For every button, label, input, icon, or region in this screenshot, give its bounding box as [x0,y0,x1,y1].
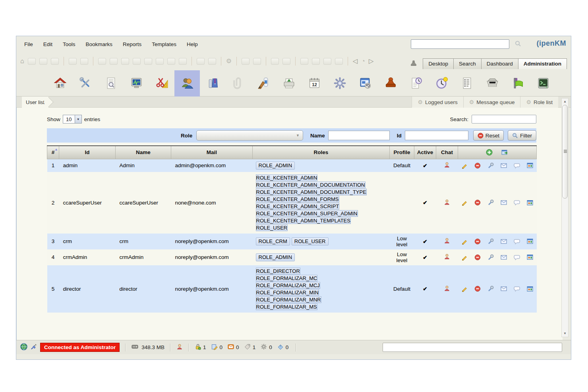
tab-message-queue[interactable]: ⚙Message queue [463,97,520,108]
workspace-icon[interactable] [527,200,533,206]
tab-logged-users[interactable]: ⚙Logged users [412,97,463,108]
list-remove-icon[interactable] [208,58,216,65]
chat-icon[interactable] [514,286,520,292]
tab-desktop[interactable]: Desktop [423,58,454,69]
chat-icon[interactable] [514,162,520,169]
win1-icon[interactable] [242,58,250,65]
document-preview-icon[interactable] [98,70,124,97]
menu-templates[interactable]: Templates [152,41,176,47]
delete-icon[interactable] [474,199,481,206]
edit-icon[interactable] [461,286,468,292]
edit-doc-icon[interactable] [144,58,152,65]
terminal-icon[interactable] [530,70,556,97]
filter-button[interactable]: Filter [508,130,536,141]
workspace-icon[interactable] [527,254,533,260]
menu-help[interactable]: Help [187,41,198,47]
menu-bookmarks[interactable]: Bookmarks [86,41,113,47]
back-icon[interactable]: ◁ [353,58,358,64]
search-icon[interactable] [515,41,521,48]
win2-icon[interactable] [253,58,261,65]
export-users-icon[interactable] [501,149,509,156]
building-icon[interactable]: ⌂ [20,58,24,64]
config-icon[interactable] [487,162,494,169]
document-clock-icon[interactable] [403,70,429,97]
tab-search[interactable]: Search [454,58,482,69]
list-add-icon[interactable] [197,58,205,65]
vertical-scrollbar[interactable]: ▲ ▼ [561,98,569,337]
config-icon[interactable] [487,286,494,292]
link-icon[interactable] [323,58,331,65]
user-chat-icon[interactable] [444,253,450,260]
name-filter-input[interactable] [328,131,390,140]
user-row-admin[interactable]: 1adminAdminadmin@openkm.comROLE_ADMINDef… [47,159,537,172]
wardrobe-icon[interactable] [200,70,225,97]
unlock-icon[interactable] [80,58,88,65]
col-profile[interactable]: Profile [390,146,414,159]
config-icon[interactable] [487,254,494,261]
reset-button[interactable]: Reset [473,130,504,141]
stamp-icon[interactable] [378,70,403,97]
menu-edit[interactable]: Edit [43,41,52,47]
scrollbar-thumb[interactable] [562,105,568,199]
remove-icon[interactable] [179,58,187,65]
edit-icon[interactable] [461,162,468,169]
gear-icon[interactable] [327,70,352,97]
history-icon[interactable]: ◔ [361,58,365,64]
cut-ruler-icon[interactable] [149,70,174,97]
user-row-director[interactable]: 5directordirectornoreply@openkm.comROLE_… [47,265,537,313]
workspace-icon[interactable] [527,238,533,244]
col-num[interactable]: #▲ [47,146,59,159]
col-active[interactable]: Active [414,146,436,159]
add-doc-icon[interactable] [133,58,141,65]
user-row-ccareSuperUser[interactable]: 2ccareSuperUserccareSuperUsernone@none.c… [47,172,537,234]
user-row-crmAdmin[interactable]: 4crmAdmincrmAdminnoreply@openkm.comROLE_… [47,249,537,265]
card-icon[interactable] [98,58,106,65]
col-roles[interactable]: Roles [253,146,390,159]
edit-icon[interactable] [461,199,468,206]
user-chat-icon[interactable] [444,238,450,244]
drive-icon[interactable] [312,58,320,65]
print-tree-icon[interactable] [276,70,302,97]
table-search-input[interactable] [472,115,536,124]
export-icon[interactable] [39,58,47,65]
doc-icon[interactable] [156,58,164,65]
col-name[interactable]: Name [116,146,171,159]
col-mail[interactable]: Mail [171,146,253,159]
save-icon[interactable] [28,58,36,65]
config-icon[interactable] [487,199,494,206]
user-chat-icon[interactable] [444,162,450,168]
sync-icon[interactable] [271,58,279,65]
user-row-crm[interactable]: 3crmcrmnoreply@openkm.comROLE_CRMROLE_US… [47,234,537,249]
forward-icon[interactable]: ▷ [369,58,373,64]
window-icon[interactable] [300,58,308,65]
doc2-icon[interactable] [167,58,175,65]
workspace-icon[interactable] [527,286,533,292]
menu-reports[interactable]: Reports [123,41,141,47]
calendar-icon[interactable]: 12 [302,70,327,97]
chat-icon[interactable] [514,254,520,261]
delete-icon[interactable] [474,254,481,261]
tab-user-list[interactable]: User list [22,97,48,108]
edit-icon[interactable] [461,254,468,261]
activity-monitor-icon[interactable] [124,70,149,97]
mail-icon[interactable] [501,286,507,292]
mail-icon[interactable] [501,163,507,168]
home-go-icon[interactable] [282,58,290,65]
attachment-icon[interactable] [225,70,251,97]
page-size-select[interactable]: 10 ▼ [63,115,82,124]
col-id[interactable]: Id [59,146,116,159]
user-chat-icon[interactable] [444,199,450,205]
mail-icon[interactable] [501,239,507,244]
gear-icon[interactable]: ⚙ [226,58,232,64]
edit-icon[interactable] [461,238,468,245]
mail-icon[interactable] [501,255,507,260]
cron-clock-icon[interactable] [429,70,454,97]
menu-tools[interactable]: Tools [63,41,75,47]
paint-icon[interactable] [251,70,276,97]
tab-dashboard[interactable]: Dashboard [482,58,518,69]
console-input[interactable] [383,343,562,352]
scroll-up-icon[interactable]: ▲ [562,99,568,104]
home-icon[interactable] [47,70,73,97]
delete-icon[interactable] [474,162,481,169]
scanner-icon[interactable] [480,70,505,97]
